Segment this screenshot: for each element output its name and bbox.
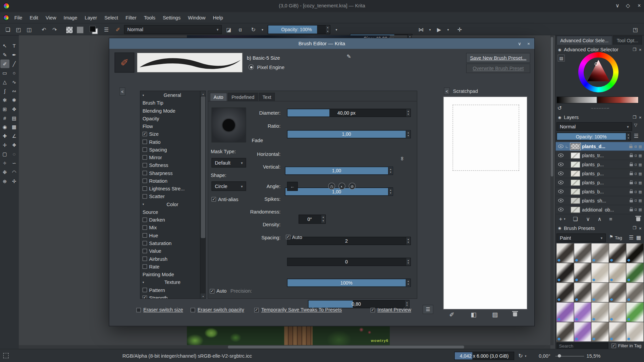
similar-select-tool[interactable]: ❉ [0, 168, 9, 177]
brush-option-row[interactable]: ▾ Strength [141, 294, 201, 299]
instant-preview-checkbox[interactable] [370, 308, 375, 312]
float-docker-icon[interactable]: ❐ [633, 115, 636, 119]
brush-option-row[interactable]: ▾ Scatter [141, 192, 201, 200]
dialog-menu-button[interactable]: ☰ [423, 305, 433, 314]
smart-patch-tool[interactable]: ✚ [0, 132, 9, 140]
layer-lock-icon[interactable] [630, 173, 633, 175]
randomness-spinner[interactable] [406, 258, 410, 265]
menubar-item[interactable]: Help [209, 15, 227, 20]
brush-preset-thumbnail[interactable] [556, 243, 574, 263]
engine-radio[interactable] [249, 64, 254, 70]
option-checkbox[interactable] [143, 256, 147, 261]
assistants-tool[interactable]: ✛ [0, 141, 9, 149]
collapse-options-button[interactable]: < [119, 87, 125, 96]
delete-layer-icon[interactable] [636, 217, 640, 221]
save-tweaks-checkbox[interactable] [254, 308, 259, 312]
close-docker-icon[interactable]: × [639, 47, 642, 52]
crop-tool[interactable]: # [0, 114, 9, 122]
layer-visibility-icon[interactable] [558, 172, 564, 175]
brush-option-row[interactable]: ▾ Mirror [141, 154, 201, 161]
layer-frame-icon[interactable]: ▦ [638, 144, 642, 148]
layer-options-menu-icon[interactable]: ☰ [634, 133, 638, 139]
layer-blend-mode-dropdown[interactable]: Normal [556, 122, 632, 131]
randomness-slider[interactable]: 0 [287, 258, 411, 266]
layer-alpha-icon[interactable]: α [634, 180, 637, 185]
brush-preset-thumbnail[interactable] [574, 283, 591, 302]
reference-images-tool[interactable]: ❖ [10, 141, 19, 149]
precision-auto-checkbox[interactable] [210, 289, 214, 293]
vscroll-thumb[interactable] [551, 37, 553, 176]
brush-option-row[interactable]: ▾ Ratio [141, 138, 201, 145]
option-checkbox[interactable] [143, 296, 147, 299]
polygon-select-tool[interactable]: ✧ [0, 159, 9, 168]
scratchpad-fill-icon[interactable]: ▨ [492, 311, 498, 317]
redo-icon[interactable]: ↷ [50, 25, 59, 34]
layer-row[interactable]: plants_d... α ▦ [556, 142, 644, 151]
blending-mode-dropdown[interactable]: Normal [124, 25, 222, 34]
layer-row[interactable]: plants_p... α ▦ [556, 160, 644, 169]
option-checkbox[interactable] [143, 147, 147, 152]
brush-preset-thumbnail[interactable] [574, 263, 591, 283]
mirror-h-caret-icon[interactable]: ▾ [426, 25, 435, 34]
layer-alpha-icon[interactable]: α [634, 162, 637, 167]
edit-shapes-tool[interactable]: ✎ [0, 51, 9, 59]
add-layer-caret-icon[interactable]: ▾ [564, 218, 565, 221]
dialog-detach-icon[interactable]: ∨ [516, 40, 523, 47]
option-checkbox[interactable] [143, 233, 147, 238]
brush-preset-thumbnail[interactable] [627, 283, 644, 302]
scroll-down-icon[interactable]: ▾ [201, 294, 206, 299]
layer-frame-icon[interactable]: ▦ [638, 189, 642, 193]
pattern-edit-tool[interactable]: ▩ [10, 123, 19, 131]
calligraphy-tool[interactable]: ✒ [10, 51, 19, 59]
brush-option-row[interactable]: ▾ Painting Mode [141, 270, 201, 278]
collapse-scratchpad-button[interactable]: < [444, 87, 450, 95]
brush-preset-thumbnail[interactable] [627, 322, 644, 342]
scratchpad-gradient-icon[interactable]: ◧ [471, 311, 476, 317]
value-gradient-strip[interactable] [556, 97, 597, 104]
layer-frame-icon[interactable]: ▦ [638, 207, 642, 212]
spacing-spinner[interactable] [405, 300, 409, 308]
new-document-icon[interactable]: ❏ [3, 25, 12, 34]
option-checkbox[interactable] [143, 155, 147, 160]
brush-option-row[interactable]: ▾ Mix [141, 224, 201, 231]
layer-row[interactable]: plants_sh... α ▦ [556, 196, 644, 205]
brush-option-row[interactable]: ▾ Size [141, 130, 201, 138]
layer-alpha-icon[interactable]: α [634, 207, 637, 212]
undo-icon[interactable]: ↶ [40, 25, 49, 34]
save-document-icon[interactable]: ◫ [24, 25, 34, 34]
brush-tip-tab[interactable]: Predefined [228, 93, 258, 101]
angle-input[interactable]: 0° [299, 215, 326, 224]
brush-preset-thumbnail[interactable] [556, 263, 574, 283]
fade-vertical-slider[interactable]: 1,00 [285, 188, 393, 196]
brush-preset-thumbnail[interactable] [591, 302, 608, 322]
brush-option-row[interactable]: ▾ Sharpness [141, 169, 201, 177]
layer-lock-icon[interactable] [630, 182, 633, 184]
brush-preset-thumbnail[interactable] [591, 263, 608, 283]
eraser-switch-opacity-checkbox[interactable] [191, 308, 195, 312]
brush-preset-thumbnail[interactable] [556, 322, 574, 342]
dynamic-brush-tool[interactable]: ✻ [0, 96, 9, 104]
option-checkbox[interactable] [143, 194, 147, 198]
canvas-vscrollbar[interactable] [550, 35, 554, 345]
save-new-preset-button[interactable]: Save New Brush Preset... [466, 53, 530, 63]
brush-preset-thumbnail[interactable] [556, 283, 574, 302]
menubar-item[interactable]: Layer [81, 15, 101, 20]
duplicate-layer-icon[interactable]: ❏ [573, 216, 578, 222]
layer-visibility-icon[interactable] [558, 163, 564, 166]
freehand-path-tool[interactable]: ∾ [10, 86, 19, 95]
zoom-tool[interactable]: ⊕ [0, 177, 9, 186]
freehand-brush-tool[interactable]: ✐ [0, 60, 9, 68]
selector-settings-icon[interactable]: ▤ [558, 55, 565, 62]
option-checkbox[interactable] [143, 179, 147, 183]
option-checkbox[interactable] [143, 288, 147, 292]
rotation-reset-icon[interactable]: ↻ [518, 353, 523, 358]
select-shapes-tool[interactable]: ↖ [0, 42, 9, 50]
edit-preset-name-icon[interactable]: ✎ [346, 54, 351, 59]
options-scrollbar[interactable]: ▴ ▾ [200, 91, 205, 298]
options-scroll-thumb[interactable] [201, 97, 205, 238]
dialog-close-icon[interactable]: × [525, 40, 532, 47]
brush-settings-icon[interactable]: ☰ [102, 25, 111, 34]
scratchpad-canvas[interactable] [443, 97, 527, 310]
eraser-switch-size-checkbox[interactable] [137, 308, 141, 312]
list-view-icon[interactable]: ☰ [629, 235, 634, 240]
